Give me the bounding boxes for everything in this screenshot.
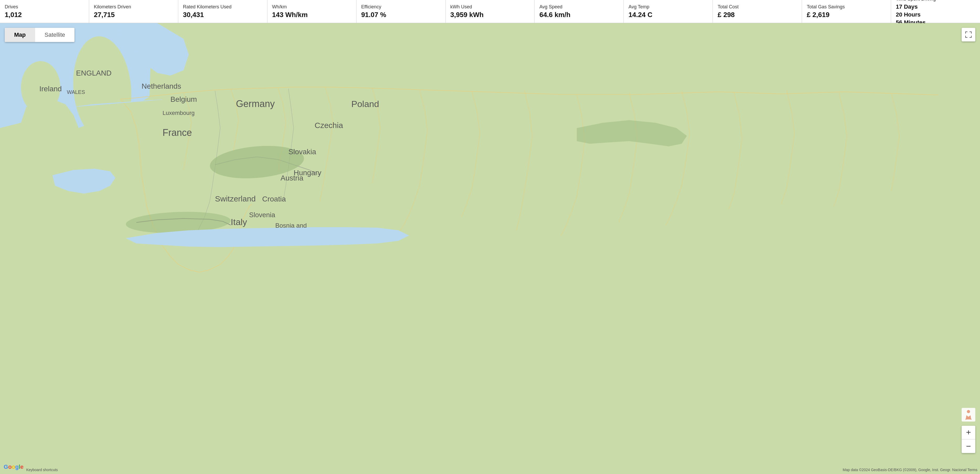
map-container[interactable]: Ireland ENGLAND WALES France Germany Bel… [0,23,980,474]
svg-rect-26 [971,32,972,34]
stat-drives-value: 1,012 [5,11,84,19]
stat-efficiency-label: Efficiency [361,4,441,10]
svg-text:Hungary: Hungary [294,169,321,177]
google-logo: Google [4,463,24,470]
stat-total-cost-label: Total Cost [718,4,797,10]
svg-text:Luxembourg: Luxembourg [162,110,194,116]
stat-drives: Drives 1,012 [0,0,89,23]
stat-avg-temp-value: 14.24 C [628,11,708,19]
stat-efficiency: Efficiency 91.07 % [356,0,446,23]
svg-rect-30 [971,36,972,38]
stat-wh-km: Wh/km 143 Wh/km [267,0,356,23]
svg-text:Belgium: Belgium [170,95,197,103]
fullscreen-icon [965,31,972,38]
stat-wh-km-value: 143 Wh/km [272,11,352,19]
stat-rated-km: Rated Kilometers Used 30,431 [178,0,267,23]
svg-text:Switzerland: Switzerland [215,195,256,203]
stat-drives-label: Drives [5,4,84,10]
stat-time-driving: Time Spent Driving 17 Days20 Hours56 Min… [891,0,980,23]
map-attribution: Map data ©2024 GeoBasis-DE/BKG (©2009), … [843,468,977,472]
stat-wh-km-label: Wh/km [272,4,352,10]
stat-total-cost-value: £ 298 [718,11,797,19]
stat-km-driven-value: 27,715 [94,11,173,19]
svg-text:ENGLAND: ENGLAND [76,69,111,77]
stats-bar: Drives 1,012 Kilometers Driven 27,715 Ra… [0,0,980,23]
stat-km-driven: Kilometers Driven 27,715 [89,0,178,23]
svg-rect-28 [965,37,967,38]
street-view-icon[interactable] [962,408,975,421]
svg-text:Netherlands: Netherlands [142,82,181,90]
stat-gas-savings-label: Total Gas Savings [807,4,886,10]
stat-rated-km-value: 30,431 [183,11,262,19]
zoom-in-button[interactable]: + [962,426,975,439]
stat-kwh-used-value: 3,959 kWh [450,11,530,19]
map-button[interactable]: Map [5,28,35,42]
svg-rect-24 [965,32,966,34]
map-background: Ireland ENGLAND WALES France Germany Bel… [0,23,980,474]
stat-avg-speed-value: 64.6 km/h [539,11,619,19]
satellite-button[interactable]: Satellite [35,28,75,42]
stat-gas-savings: Total Gas Savings £ 2,619 [802,0,891,23]
svg-text:WALES: WALES [67,89,85,95]
stat-km-driven-label: Kilometers Driven [94,4,173,10]
svg-text:Germany: Germany [236,98,275,109]
zoom-controls: + − [962,426,975,453]
stat-kwh-used: kWh Used 3,959 kWh [446,0,535,23]
stat-kwh-used-label: kWh Used [450,4,530,10]
stat-avg-temp-label: Avg Temp [628,4,708,10]
map-svg: Ireland ENGLAND WALES France Germany Bel… [0,23,980,474]
svg-text:Ireland: Ireland [39,85,62,93]
stat-avg-speed: Avg Speed 64.6 km/h [535,0,624,23]
svg-text:Czechia: Czechia [315,121,343,129]
svg-text:Poland: Poland [351,99,379,109]
stat-gas-savings-value: £ 2,619 [807,11,886,19]
map-toggle: Map Satellite [5,28,75,42]
zoom-out-button[interactable]: − [962,439,975,453]
svg-text:Croatia: Croatia [262,195,286,203]
svg-text:Slovakia: Slovakia [288,148,316,156]
svg-text:Italy: Italy [231,217,247,227]
stat-time-driving-label: Time Spent Driving [896,0,975,2]
stat-efficiency-value: 91.07 % [361,11,441,19]
fullscreen-button[interactable] [962,28,975,41]
svg-text:Slovenia: Slovenia [249,211,275,219]
svg-rect-31 [962,408,975,421]
stat-total-cost: Total Cost £ 298 [713,0,802,23]
stat-avg-temp: Avg Temp 14.24 C [624,0,713,23]
svg-text:France: France [162,127,192,138]
stat-rated-km-label: Rated Kilometers Used [183,4,262,10]
svg-text:Bosnia and: Bosnia and [275,222,307,229]
stat-avg-speed-label: Avg Speed [539,4,619,10]
svg-point-32 [967,410,970,413]
keyboard-shortcuts[interactable]: Keyboard shortcuts [26,468,58,472]
